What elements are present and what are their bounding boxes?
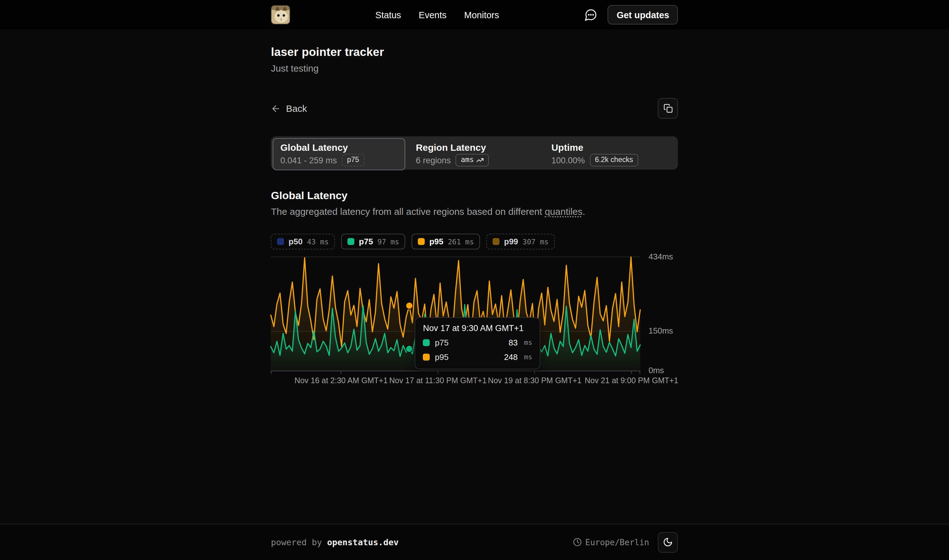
p99-label: p99 xyxy=(504,237,518,246)
back-label: Back xyxy=(286,103,307,114)
p99-value: 307 ms xyxy=(522,237,549,246)
quantile-badge: p75 xyxy=(342,154,364,166)
tab-title: Region Latency xyxy=(416,142,533,153)
copy-link-button[interactable] xyxy=(658,98,678,119)
p75-swatch xyxy=(348,238,355,245)
tooltip-p95-value: 248 xyxy=(504,352,518,362)
tooltip-p75-value: 83 xyxy=(509,338,518,348)
p95-label: p95 xyxy=(429,237,443,246)
tooltip-p75-label: p75 xyxy=(435,338,449,348)
tab-global-latency[interactable]: Global Latency 0.041 - 259 ms p75 xyxy=(273,138,405,170)
feedback-chat-button[interactable] xyxy=(584,8,598,22)
timezone-label: Europe/Berlin xyxy=(585,537,649,547)
tab-value: 6 regions xyxy=(416,155,451,165)
tab-region-latency[interactable]: Region Latency 6 regions ams xyxy=(408,138,541,170)
legend-chip-p75[interactable]: p75 97 ms xyxy=(341,234,406,249)
tab-value: 0.041 - 259 ms xyxy=(280,155,337,165)
openstatus-brand-link[interactable]: openstatus.dev xyxy=(327,537,398,547)
x-axis-tick-3: Nov 19 at 8:30 PM GMT+1 xyxy=(488,376,581,385)
page-title: laser pointer tracker xyxy=(271,45,678,59)
x-axis-tick-4: Nov 21 at 9:00 PM GMT+1 xyxy=(584,376,678,385)
tooltip-p95-unit: ms xyxy=(524,353,532,361)
tooltip-row-p75: p75 83 ms xyxy=(423,338,532,348)
tooltip-p75-unit: ms xyxy=(524,338,532,347)
tooltip-row-p95: p95 248 ms xyxy=(423,352,532,362)
top-nav: Status Events Monitors Get updates xyxy=(0,0,949,29)
tooltip-p95-swatch xyxy=(423,354,430,360)
tab-value: 100.00% xyxy=(551,155,585,165)
y-axis-tick-max: 434ms xyxy=(649,252,673,262)
page-header: laser pointer tracker Just testing xyxy=(271,45,678,74)
quantile-legend: p50 43 ms p75 97 ms p95 261 ms p99 307 m… xyxy=(271,234,678,249)
timezone-indicator: Europe/Berlin xyxy=(573,537,649,547)
p50-label: p50 xyxy=(289,237,303,246)
trending-up-icon xyxy=(476,156,484,164)
tooltip-timestamp: Nov 17 at 9:30 AM GMT+1 xyxy=(423,323,532,333)
y-axis-tick-mid: 150ms xyxy=(649,326,673,336)
theme-toggle-button[interactable] xyxy=(658,532,678,552)
legend-chip-p95[interactable]: p95 261 ms xyxy=(412,234,480,249)
nav-right: Get updates xyxy=(584,5,678,25)
nav-link-status[interactable]: Status xyxy=(375,10,401,20)
nav-link-monitors[interactable]: Monitors xyxy=(464,10,499,20)
nav-link-events[interactable]: Events xyxy=(419,10,447,20)
latency-chart[interactable]: 434ms 150ms 0ms Nov 16 at 2:30 AM GMT+1 … xyxy=(271,254,678,389)
tab-uptime[interactable]: Uptime 100.00% 6.2k checks xyxy=(544,138,676,170)
p95-value: 261 ms xyxy=(448,237,474,246)
x-axis-tick-2: Nov 17 at 11:30 PM GMT+1 xyxy=(389,376,487,385)
p75-label: p75 xyxy=(359,237,373,246)
tooltip-p95-label: p95 xyxy=(435,352,449,362)
x-axis-tick-1: Nov 16 at 2:30 AM GMT+1 xyxy=(295,376,388,385)
y-axis-tick-zero: 0ms xyxy=(649,366,664,375)
chart-tooltip: Nov 17 at 9:30 AM GMT+1 p75 83 ms p95 24… xyxy=(415,317,541,369)
clock-icon xyxy=(573,538,581,546)
quantiles-link[interactable]: quantiles xyxy=(545,206,582,217)
legend-chip-p50[interactable]: p50 43 ms xyxy=(271,234,335,249)
tooltip-p75-swatch xyxy=(423,339,430,346)
checks-badge: 6.2k checks xyxy=(590,154,638,166)
region-badge: ams xyxy=(456,154,489,166)
copy-icon xyxy=(663,104,673,113)
powered-by: powered by openstatus.dev xyxy=(271,537,398,547)
get-updates-button[interactable]: Get updates xyxy=(608,5,678,25)
arrow-left-icon xyxy=(271,103,281,113)
nav-links: Status Events Monitors xyxy=(291,10,584,20)
p50-swatch xyxy=(277,238,284,245)
metric-tabs: Global Latency 0.041 - 259 ms p75 Region… xyxy=(271,136,678,169)
status-page: Status Events Monitors Get updates xyxy=(0,0,949,560)
p75-value: 97 ms xyxy=(377,237,399,246)
section-description: The aggregated latency from all active r… xyxy=(271,206,678,217)
moon-icon xyxy=(663,537,673,547)
page-subtitle: Just testing xyxy=(271,63,678,74)
message-bubble-icon xyxy=(584,8,597,22)
main-content: laser pointer tracker Just testing Back xyxy=(0,29,949,523)
section-title: Global Latency xyxy=(271,190,678,202)
cat-logo-image xyxy=(272,6,291,25)
site-logo[interactable] xyxy=(271,5,291,25)
toolbar: Back xyxy=(271,98,678,119)
tab-title: Global Latency xyxy=(280,142,398,153)
p99-swatch xyxy=(493,238,500,245)
legend-chip-p99[interactable]: p99 307 ms xyxy=(487,234,555,249)
back-link[interactable]: Back xyxy=(271,103,307,114)
p50-value: 43 ms xyxy=(307,237,329,246)
p95-swatch xyxy=(418,238,425,245)
page-footer: powered by openstatus.dev Europe/Berlin xyxy=(0,523,949,560)
tab-title: Uptime xyxy=(551,142,669,153)
